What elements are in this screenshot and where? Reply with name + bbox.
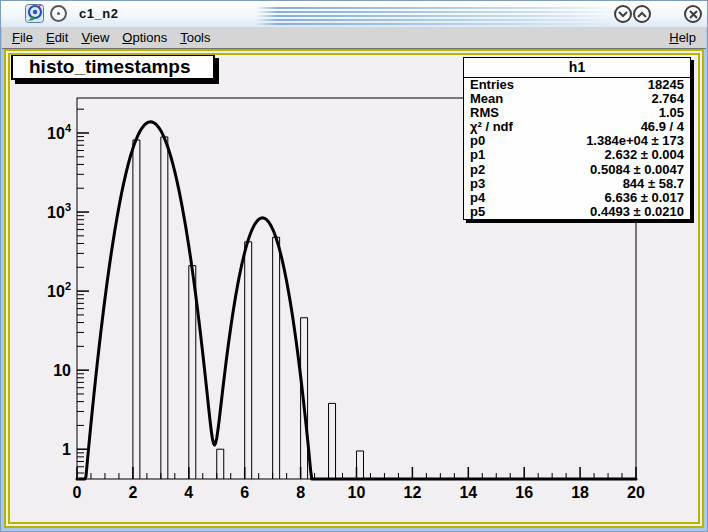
svg-text:1: 1 [62, 441, 71, 458]
menu-help[interactable]: Help [669, 30, 696, 45]
svg-text:18: 18 [571, 484, 589, 501]
menubar: File Edit View Options Tools Help [2, 27, 706, 49]
menu-tools[interactable]: Tools [180, 30, 210, 45]
titlebar[interactable]: c1_n2 [1, 1, 707, 28]
titlebar-decoration [256, 7, 614, 27]
stats-row: p20.5084 ± 0.0047 [464, 163, 690, 177]
svg-text:104: 104 [47, 122, 72, 142]
chevron-up-icon[interactable] [633, 5, 651, 23]
stats-box[interactable]: h1 Entries18245 Mean2.764 RMS1.05 χ² / n… [463, 57, 691, 220]
stats-row: Mean2.764 [464, 92, 690, 106]
svg-text:16: 16 [515, 484, 533, 501]
root-canvas-window: c1_n2 File Edit View Options Tools Help … [0, 0, 708, 532]
svg-text:10: 10 [53, 362, 71, 379]
histogram-title-box[interactable]: histo_timestamps [11, 54, 215, 80]
svg-text:20: 20 [627, 484, 645, 501]
chevron-down-icon[interactable] [614, 5, 632, 23]
histogram-title: histo_timestamps [29, 56, 191, 78]
root-logo-icon [25, 4, 44, 23]
menu-view[interactable]: View [81, 30, 109, 45]
stats-row: p50.4493 ± 0.0210 [464, 205, 690, 219]
menu-edit[interactable]: Edit [46, 30, 68, 45]
svg-text:2: 2 [128, 484, 137, 501]
stats-row: p46.636 ± 0.017 [464, 191, 690, 205]
svg-text:4: 4 [184, 484, 193, 501]
stats-row: p3844 ± 58.7 [464, 177, 690, 191]
y-axis: 110102103104 [47, 109, 89, 473]
stats-row: p01.384e+04 ± 173 [464, 134, 690, 148]
svg-text:6: 6 [240, 484, 249, 501]
stats-row: Entries18245 [464, 78, 690, 92]
svg-text:102: 102 [47, 280, 71, 300]
sticky-pin-button[interactable] [50, 5, 67, 22]
histogram-bars[interactable] [133, 137, 364, 479]
svg-text:12: 12 [404, 484, 422, 501]
stats-row: p12.632 ± 0.004 [464, 148, 690, 162]
svg-text:10: 10 [348, 484, 366, 501]
svg-text:14: 14 [459, 484, 477, 501]
close-icon[interactable] [684, 5, 702, 23]
stats-row: RMS1.05 [464, 106, 690, 120]
window-title: c1_n2 [79, 6, 118, 21]
stats-row: χ² / ndf46.9 / 4 [464, 120, 690, 134]
stats-header: h1 [464, 58, 690, 78]
menu-options[interactable]: Options [122, 30, 167, 45]
x-axis: 02468101214161820 [73, 467, 645, 501]
plot-canvas[interactable]: 02468101214161820110102103104 histo_time… [4, 49, 704, 528]
menu-file[interactable]: File [12, 30, 33, 45]
svg-text:0: 0 [73, 484, 82, 501]
svg-text:103: 103 [47, 201, 71, 221]
svg-text:8: 8 [296, 484, 305, 501]
